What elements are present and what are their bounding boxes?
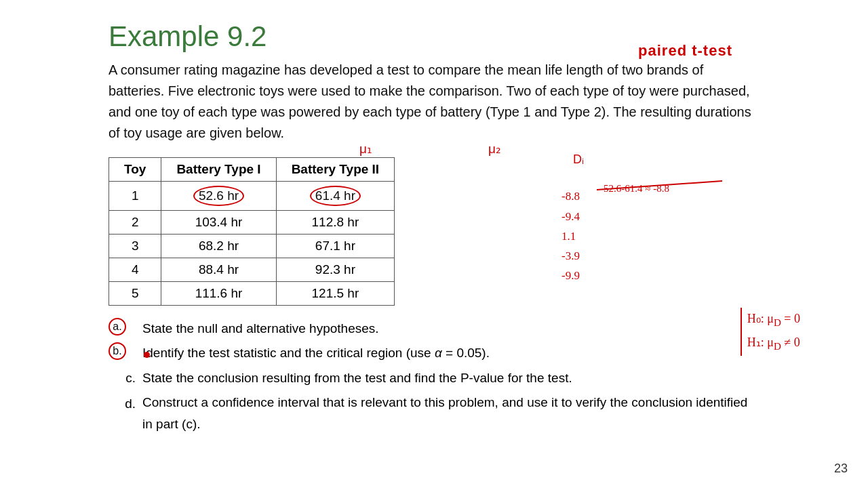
paired-ttest-annotation: paired t-test xyxy=(638,42,732,60)
question-b: b. Identify the test statistic and the c… xyxy=(108,342,760,364)
page-number: 23 xyxy=(834,462,848,476)
toy-num: 4 xyxy=(109,258,161,282)
h0-annotation: H₀: μD = 0 xyxy=(747,308,800,332)
b1-val: 111.6 hr xyxy=(161,282,276,306)
questions-list: a. State the null and alternative hypoth… xyxy=(108,318,760,435)
di-row3: 1.1 xyxy=(561,230,576,243)
b1-val: 68.2 hr xyxy=(161,235,276,258)
mu2-annotation: μ₂ xyxy=(488,141,501,157)
toy-num: 2 xyxy=(109,211,161,235)
di-row1: -8.8 xyxy=(561,190,580,203)
label-b: b. xyxy=(108,342,126,360)
b1-val: 52.6 hr xyxy=(161,182,276,211)
table-row: 3 68.2 hr 67.1 hr xyxy=(109,235,395,258)
question-d: d. Construct a confidence interval that … xyxy=(108,392,760,436)
col-battery1: Battery Type I xyxy=(161,158,276,182)
b1-val: 103.4 hr xyxy=(161,211,276,235)
col-toy: Toy xyxy=(109,158,161,182)
question-c-text: State the conclusion resulting from the … xyxy=(142,367,572,389)
di-annotation: Dᵢ xyxy=(573,152,584,167)
toy-num: 3 xyxy=(109,235,161,258)
svg-line-0 xyxy=(597,181,722,190)
label-a: a. xyxy=(108,318,126,336)
question-a-text: State the null and alternative hypothese… xyxy=(142,318,379,340)
col-battery2: Battery Type II xyxy=(276,158,395,182)
toy-num: 5 xyxy=(109,282,161,306)
slide: Example 9.2 paired t-test A consumer rat… xyxy=(0,0,868,488)
table-area: μ₁ μ₂ Dᵢ Toy Battery Type I Battery Type… xyxy=(108,157,760,306)
di-row2: -9.4 xyxy=(561,210,580,224)
toy-num: 1 xyxy=(109,182,161,211)
label-d: d. xyxy=(108,392,142,415)
question-c: c. State the conclusion resulting from t… xyxy=(108,367,760,389)
b1-val: 88.4 hr xyxy=(161,258,276,282)
question-d-text: Construct a confidence interval that is … xyxy=(142,392,760,436)
data-table: Toy Battery Type I Battery Type II 1 52.… xyxy=(108,157,395,306)
di-row4: -3.9 xyxy=(561,249,580,263)
question-b-text: Identify the test statistic and the crit… xyxy=(142,342,490,364)
table-row: 2 103.4 hr 112.8 hr xyxy=(109,211,395,235)
b2-val: 61.4 hr xyxy=(276,182,395,211)
di-row5: -9.9 xyxy=(561,269,580,283)
b2-val: 112.8 hr xyxy=(276,211,395,235)
strikethrough-svg xyxy=(597,178,732,198)
b2-val: 121.5 hr xyxy=(276,282,395,306)
table-row: 4 88.4 hr 92.3 hr xyxy=(109,258,395,282)
table-row: 1 52.6 hr 61.4 hr xyxy=(109,182,395,211)
table-row: 5 111.6 hr 121.5 hr xyxy=(109,282,395,306)
body-paragraph: A consumer rating magazine has developed… xyxy=(108,60,760,144)
label-c: c. xyxy=(108,367,142,389)
b2-val: 67.1 hr xyxy=(276,235,395,258)
b2-val: 92.3 hr xyxy=(276,258,395,282)
mu1-annotation: μ₁ xyxy=(359,141,372,157)
question-a: a. State the null and alternative hypoth… xyxy=(108,318,760,340)
